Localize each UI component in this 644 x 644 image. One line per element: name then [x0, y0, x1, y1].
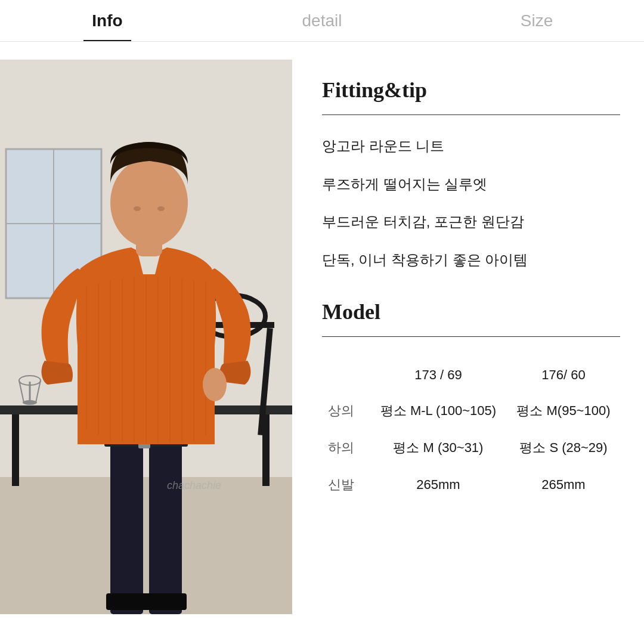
tab-info[interactable]: Info	[0, 0, 215, 41]
main-content: chachachie Fitting&tip 앙고라 라운드 니트 루즈하게 떨…	[0, 42, 644, 644]
svg-rect-16	[106, 593, 148, 610]
svg-point-37	[23, 400, 37, 405]
svg-text:chachachie: chachachie	[167, 479, 221, 491]
product-image-section: chachachie	[0, 60, 292, 644]
empty-col	[322, 358, 370, 392]
tab-size-label: Size	[521, 11, 553, 30]
svg-point-31	[203, 368, 227, 401]
svg-point-35	[157, 206, 165, 211]
product-image: chachachie	[0, 60, 292, 614]
model-divider	[322, 336, 620, 337]
model-label-top: 상의	[322, 392, 370, 429]
tab-navigation: Info detail Size	[0, 0, 644, 42]
fitting-section: Fitting&tip 앙고라 라운드 니트 루즈하게 떨어지는 실루엣 부드러…	[322, 78, 620, 270]
product-photo-svg: chachachie	[0, 60, 292, 614]
model-shoes-val-2: 265mm	[507, 466, 620, 503]
model-col-1: 173 / 69	[370, 358, 507, 392]
model-row-shoes: 신발 265mm 265mm	[322, 466, 620, 503]
feature-item-4: 단독, 이너 착용하기 좋은 아이템	[322, 250, 620, 270]
tab-detail-label: detail	[302, 11, 342, 30]
svg-rect-14	[110, 441, 143, 614]
svg-rect-15	[149, 441, 182, 614]
model-shoes-val-1: 265mm	[370, 466, 507, 503]
model-bottom-val-2: 평소 S (28~29)	[507, 429, 620, 466]
feature-item-1: 앙고라 라운드 니트	[322, 136, 620, 156]
model-title: Model	[322, 299, 620, 324]
model-row-bottom: 하의 평소 M (30~31) 평소 S (28~29)	[322, 429, 620, 466]
model-label-bottom: 하의	[322, 429, 370, 466]
tab-size[interactable]: Size	[429, 0, 644, 41]
model-table: 173 / 69 176/ 60 상의 평소 M-L (100~105) 평소 …	[322, 358, 620, 503]
info-section: Fitting&tip 앙고라 라운드 니트 루즈하게 떨어지는 실루엣 부드러…	[292, 60, 644, 644]
svg-rect-17	[145, 593, 187, 610]
model-top-val-1: 평소 M-L (100~105)	[370, 392, 507, 429]
tab-detail[interactable]: detail	[215, 0, 429, 41]
feature-item-3: 부드러운 터치감, 포근한 원단감	[322, 212, 620, 232]
svg-point-33	[110, 158, 188, 247]
model-col-2: 176/ 60	[507, 358, 620, 392]
fitting-divider	[322, 114, 620, 115]
tab-info-label: Info	[92, 11, 122, 30]
svg-rect-8	[12, 414, 19, 486]
feature-item-2: 루즈하게 떨어지는 실루엣	[322, 174, 620, 194]
svg-point-34	[134, 206, 141, 211]
model-section: Model 173 / 69 176/ 60 상의 평소 M-L (100~10…	[322, 299, 620, 503]
fitting-title: Fitting&tip	[322, 78, 620, 103]
model-row-top: 상의 평소 M-L (100~105) 평소 M(95~100)	[322, 392, 620, 429]
model-table-header: 173 / 69 176/ 60	[322, 358, 620, 392]
model-top-val-2: 평소 M(95~100)	[507, 392, 620, 429]
feature-list: 앙고라 라운드 니트 루즈하게 떨어지는 실루엣 부드러운 터치감, 포근한 원…	[322, 136, 620, 270]
model-label-shoes: 신발	[322, 466, 370, 503]
model-bottom-val-1: 평소 M (30~31)	[370, 429, 507, 466]
